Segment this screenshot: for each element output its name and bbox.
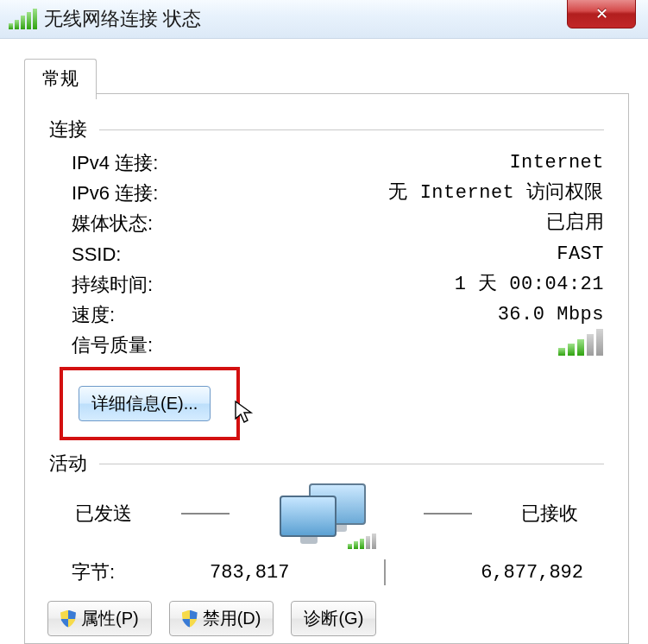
tab-general-label: 常规 — [42, 68, 79, 88]
signal-activity-icon — [348, 528, 376, 549]
bytes-label: 字节: — [72, 559, 115, 585]
row-ipv4: IPv4 连接: Internet — [72, 148, 604, 178]
speed-label: 速度: — [72, 300, 115, 330]
section-activity-label: 活动 — [49, 451, 87, 477]
network-activity-icon — [280, 483, 374, 544]
signal-label: 信号质量: — [72, 330, 153, 360]
tab-strip: 常规 — [24, 59, 97, 99]
window-title-area: 无线网络连接 状态 — [9, 6, 201, 32]
activity-header-row: 已发送 已接收 — [49, 483, 604, 544]
close-button[interactable]: ✕ — [567, 0, 636, 28]
cursor-icon — [234, 400, 255, 426]
signal-quality-icon — [558, 335, 604, 356]
ipv4-label: IPv4 连接: — [72, 148, 158, 178]
activity-bytes-row: 字节: 783,817 6,877,892 — [49, 559, 604, 585]
disable-button-label: 禁用(D) — [203, 607, 261, 630]
ssid-label: SSID: — [72, 239, 121, 269]
row-ssid: SSID: FAST — [72, 239, 604, 269]
dash-divider — [181, 513, 230, 515]
bytes-sent-value: 783,817 — [210, 562, 289, 584]
dash-divider — [424, 513, 472, 515]
details-button-label: 详细信息(E)... — [91, 392, 198, 415]
diagnose-button[interactable]: 诊断(G) — [291, 601, 376, 636]
divider — [99, 464, 604, 464]
row-media: 媒体状态: 已启用 — [72, 208, 604, 238]
close-icon: ✕ — [595, 4, 608, 23]
connection-rows: IPv4 连接: Internet IPv6 连接: 无 Internet 访问… — [72, 148, 604, 360]
ipv6-value: 无 Internet 访问权限 — [388, 178, 604, 208]
wifi-signal-icon — [9, 9, 37, 29]
ipv4-value: Internet — [509, 148, 604, 178]
duration-value: 1 天 00:04:21 — [455, 269, 604, 300]
divider — [99, 129, 604, 130]
details-button[interactable]: 详细信息(E)... — [79, 386, 211, 421]
media-value: 已启用 — [546, 208, 605, 238]
row-duration: 持续时间: 1 天 00:04:21 — [72, 269, 604, 300]
shield-icon — [182, 610, 198, 628]
received-label: 已接收 — [521, 501, 578, 527]
duration-label: 持续时间: — [72, 269, 153, 300]
row-ipv6: IPv6 连接: 无 Internet 访问权限 — [72, 178, 604, 208]
highlight-box: 详细信息(E)... — [60, 367, 240, 440]
media-label: 媒体状态: — [72, 208, 153, 238]
section-connection-label: 连接 — [49, 117, 87, 142]
row-speed: 速度: 36.0 Mbps — [72, 300, 604, 330]
window: 无线网络连接 状态 ✕ 常规 连接 IPv4 连接: Internet IPv6… — [0, 0, 648, 644]
sent-label: 已发送 — [75, 501, 132, 527]
bottom-button-row: 属性(P) 禁用(D) 诊断(G) — [47, 601, 376, 636]
vertical-divider — [384, 559, 386, 585]
tab-general[interactable]: 常规 — [24, 59, 97, 99]
titlebar: 无线网络连接 状态 ✕ — [0, 0, 648, 39]
row-signal: 信号质量: — [72, 330, 604, 360]
disable-button[interactable]: 禁用(D) — [169, 601, 274, 636]
ssid-value: FAST — [557, 239, 604, 269]
window-title: 无线网络连接 状态 — [44, 6, 201, 32]
section-connection: 连接 — [49, 117, 604, 142]
ipv6-label: IPv6 连接: — [72, 178, 158, 208]
properties-button-label: 属性(P) — [81, 607, 139, 630]
properties-button[interactable]: 属性(P) — [47, 601, 152, 636]
bytes-received-value: 6,877,892 — [481, 562, 583, 584]
tab-body: 连接 IPv4 连接: Internet IPv6 连接: 无 Internet… — [24, 93, 629, 644]
diagnose-button-label: 诊断(G) — [304, 607, 363, 630]
section-activity: 活动 — [49, 451, 604, 477]
shield-icon — [60, 610, 76, 628]
speed-value: 36.0 Mbps — [498, 300, 604, 330]
